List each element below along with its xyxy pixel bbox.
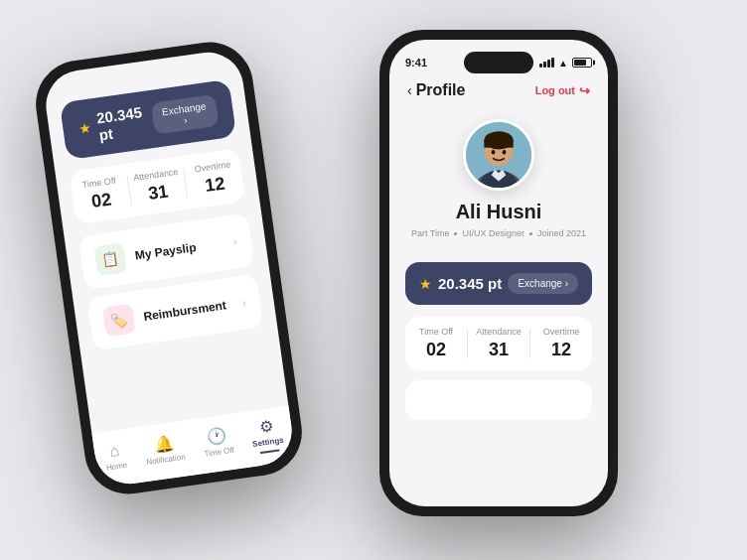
points-left-right: ★ 20.345 pt (419, 275, 502, 292)
points-value-right: 20.345 pt (438, 275, 502, 292)
nav-timeoff-label: Time Off (204, 446, 234, 459)
svg-point-6 (492, 150, 496, 155)
exchange-button-left[interactable]: Exchange › (150, 94, 219, 135)
menu-reimbursment-left: 🏷️ Reimbursment (102, 290, 228, 337)
stat-attendance-right: Attendance 31 (468, 327, 529, 360)
settings-icon: ⚙ (257, 416, 274, 437)
status-time: 9:41 (405, 57, 427, 69)
profile-title: Profile (416, 81, 466, 99)
stat-overtime-right: Overtime 12 (530, 327, 592, 360)
profile-type: Part Time (411, 228, 450, 238)
battery-fill (574, 60, 586, 66)
left-screen: ★ 20.345 pt Exchange › Time Off 02 Atten… (42, 48, 297, 489)
logout-label: Log out (535, 84, 575, 96)
stat-label-timeoff-right: Time Off (405, 327, 467, 337)
dynamic-island (464, 52, 533, 73)
stats-row-right: Time Off 02 Attendance 31 Overtime 12 (405, 317, 592, 370)
nav-home-label: Home (105, 460, 127, 472)
logout-button[interactable]: Log out ↪ (535, 83, 590, 98)
svg-point-7 (503, 150, 507, 155)
signal-bar-4 (551, 58, 554, 68)
bottom-partial-card (405, 380, 592, 420)
stat-value-attendance: 31 (129, 179, 188, 208)
nav-settings-label: Settings (252, 436, 285, 449)
reimbursment-chevron: › (241, 296, 247, 310)
meta-dot-2 (529, 232, 532, 235)
right-content: 9:41 ▲ ‹ Pro (389, 40, 608, 506)
nav-notification[interactable]: 🔔 Notification (143, 432, 186, 467)
points-card-right[interactable]: ★ 20.345 pt Exchange › (405, 262, 592, 305)
profile-section: Ali Husni Part Time UI/UX Designer Joine… (389, 109, 608, 252)
star-icon-right: ★ (419, 276, 432, 292)
stat-value-overtime-right: 12 (530, 340, 592, 360)
stat-attendance-left: Attendance 31 (127, 166, 188, 208)
profile-meta: Part Time UI/UX Designer Joined 2021 (411, 228, 586, 238)
payslip-chevron: › (232, 234, 238, 248)
bottom-nav-left: ⌂ Home 🔔 Notification 🕐 Time Off ⚙ Setti… (91, 406, 296, 489)
payslip-icon-wrap: 📋 (93, 242, 127, 276)
left-content: ★ 20.345 pt Exchange › Time Off 02 Atten… (42, 48, 297, 489)
right-screen: 9:41 ▲ ‹ Pro (389, 40, 608, 506)
back-button[interactable]: ‹ Profile (407, 81, 465, 99)
points-value-left: 20.345 pt (95, 102, 155, 143)
nav-active-indicator (259, 449, 279, 454)
battery-icon (572, 58, 592, 68)
payslip-icon: 📋 (101, 250, 120, 268)
menu-payslip-left: 📋 My Payslip (93, 232, 198, 276)
timeoff-icon: 🕐 (206, 426, 227, 448)
stat-timeoff-right: Time Off 02 (405, 327, 467, 360)
back-icon: ‹ (407, 82, 412, 98)
reimbursment-icon-wrap: 🏷️ (102, 304, 136, 338)
points-left: ★ 20.345 pt (76, 102, 155, 146)
stat-value-attendance-right: 31 (468, 340, 529, 360)
right-phone: 9:41 ▲ ‹ Pro (379, 30, 618, 516)
avatar (463, 119, 534, 191)
stat-value-timeoff: 02 (73, 187, 131, 215)
logout-icon: ↪ (579, 83, 590, 98)
nav-settings[interactable]: ⚙ Settings (249, 415, 285, 455)
profile-role: UI/UX Designer (462, 228, 524, 238)
nav-home[interactable]: ⌂ Home (103, 440, 128, 472)
profile-name: Ali Husni (456, 201, 542, 223)
signal-bar-1 (539, 64, 542, 68)
stat-value-overtime: 12 (186, 171, 244, 200)
stat-overtime-left: Overtime 12 (184, 158, 244, 200)
left-phone: ★ 20.345 pt Exchange › Time Off 02 Atten… (30, 37, 307, 499)
signal-bars (539, 58, 554, 68)
signal-bar-2 (543, 62, 546, 68)
points-card-left[interactable]: ★ 20.345 pt Exchange › (60, 79, 236, 160)
reimbursment-icon: 🏷️ (109, 311, 128, 329)
stat-label-attendance-right: Attendance (468, 327, 529, 337)
signal-bar-3 (547, 60, 550, 68)
stat-timeoff-left: Time Off 02 (71, 174, 131, 215)
meta-dot-1 (454, 232, 457, 235)
stats-row-left: Time Off 02 Attendance 31 Overtime 12 (70, 148, 246, 224)
payslip-label: My Payslip (134, 240, 197, 262)
profile-joined: Joined 2021 (537, 228, 586, 238)
avatar-svg (466, 122, 531, 188)
reimbursment-label: Reimbursment (143, 298, 227, 324)
status-icons: ▲ (539, 58, 592, 69)
star-icon: ★ (78, 119, 93, 137)
stat-value-timeoff-right: 02 (405, 340, 467, 360)
nav-notification-label: Notification (146, 453, 186, 467)
nav-timeoff[interactable]: 🕐 Time Off (201, 425, 234, 459)
svg-rect-5 (484, 140, 513, 147)
wifi-icon: ▲ (558, 58, 568, 69)
stat-label-overtime-right: Overtime (530, 327, 592, 337)
home-icon: ⌂ (108, 441, 120, 460)
exchange-button-right[interactable]: Exchange › (508, 273, 578, 294)
notification-icon: 🔔 (152, 433, 174, 455)
